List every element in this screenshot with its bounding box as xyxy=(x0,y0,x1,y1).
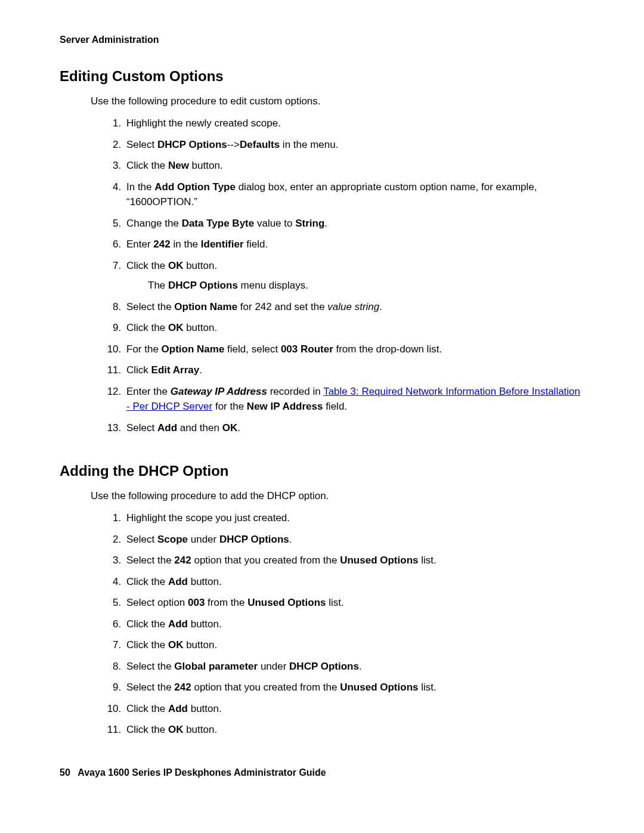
step-item: Select Add and then OK. xyxy=(124,420,584,436)
step-item: Click the Add button. xyxy=(124,574,584,590)
section-heading-adding-dhcp-option: Adding the DHCP Option xyxy=(60,463,584,479)
step-item: Click the OK button. xyxy=(124,320,584,336)
step-item: Click the Add button. xyxy=(124,701,584,717)
step-item: Click the OK button. xyxy=(124,722,584,738)
step-item: Enter the Gateway IP Address recorded in… xyxy=(124,384,584,414)
step-item: Highlight the scope you just created. xyxy=(124,510,584,526)
step-item: Select option 003 from the Unused Option… xyxy=(124,595,584,611)
step-item: Select the 242 option that you created f… xyxy=(124,553,584,568)
step-subtext: The DHCP Options menu displays. xyxy=(148,278,584,293)
step-item: Click the OK button.The DHCP Options men… xyxy=(124,258,584,293)
step-item: Select the Global parameter under DHCP O… xyxy=(124,659,584,674)
steps-editing-custom-options: Highlight the newly created scope.Select… xyxy=(100,116,584,435)
step-item: For the Option Name field, select 003 Ro… xyxy=(124,342,584,357)
steps-adding-dhcp-option: Highlight the scope you just created.Sel… xyxy=(100,510,584,738)
step-item: Select Scope under DHCP Options. xyxy=(124,532,584,547)
step-item: Select DHCP Options-->Defaults in the me… xyxy=(124,137,584,153)
page-number: 50 xyxy=(60,767,73,778)
page-footer: 50Avaya 1600 Series IP Deskphones Admini… xyxy=(60,767,326,778)
step-item: Select the 242 option that you created f… xyxy=(124,680,584,695)
step-item: Change the Data Type Byte value to Strin… xyxy=(124,216,584,231)
step-item: Select the Option Name for 242 and set t… xyxy=(124,299,584,315)
section-intro: Use the following procedure to add the D… xyxy=(91,490,584,502)
step-item: In the Add Option Type dialog box, enter… xyxy=(124,179,584,210)
step-item: Click the New button. xyxy=(124,158,584,174)
step-item: Click the Add button. xyxy=(124,617,584,632)
section-heading-editing-custom-options: Editing Custom Options xyxy=(60,68,584,85)
step-item: Enter 242 in the Identifier field. xyxy=(124,237,584,252)
step-item: Click the OK button. xyxy=(124,637,584,653)
step-item: Highlight the newly created scope. xyxy=(124,116,584,131)
page: Server Administration Editing Custom Opt… xyxy=(0,0,644,738)
step-item: Click Edit Array. xyxy=(124,363,584,378)
book-title: Avaya 1600 Series IP Deskphones Administ… xyxy=(78,767,326,778)
running-header: Server Administration xyxy=(60,35,584,45)
section-intro: Use the following procedure to edit cust… xyxy=(91,95,584,107)
